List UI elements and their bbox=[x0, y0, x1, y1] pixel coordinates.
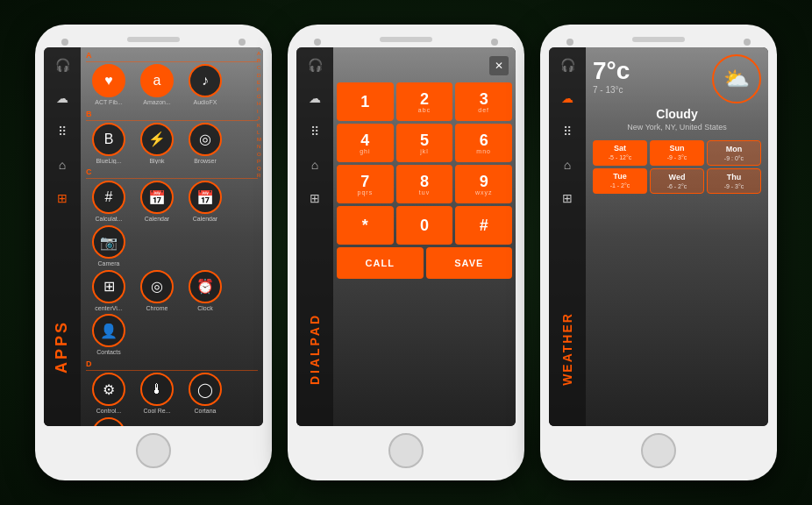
weather-label: WEATHER bbox=[549, 342, 586, 356]
section-divider bbox=[86, 61, 258, 62]
day-name: Thu bbox=[710, 173, 758, 181]
list-item[interactable]: ♪ AudioFX bbox=[182, 64, 228, 106]
dial-key-8[interactable]: 8 tuv bbox=[396, 165, 453, 203]
app-icon: ⚡ bbox=[140, 123, 174, 156]
phone-apps: 🎧 ☁ ⠿ ⌂ ⊞ APPS A B C D E F G H I J bbox=[35, 25, 272, 480]
sidebar-grid-icon[interactable]: ⠿ bbox=[304, 121, 325, 142]
list-item[interactable]: ⊞ centerVi... bbox=[86, 270, 132, 312]
app-icon: ⊞ bbox=[92, 270, 125, 303]
list-item[interactable]: ⏰ Clock bbox=[182, 270, 228, 312]
sidebar-headphone-icon[interactable]: 🎧 bbox=[52, 54, 73, 75]
sidebar-cloud-icon[interactable]: ☁ bbox=[557, 88, 578, 109]
dial-key-3[interactable]: 3 def bbox=[455, 82, 512, 121]
forecast-tue[interactable]: Tue -1 - 2°c bbox=[593, 168, 647, 194]
phone-bottom bbox=[296, 433, 516, 468]
phone-top-bar bbox=[296, 37, 516, 42]
app-row-c: # Calculat... 📅 Calendar 📅 Calendar 📷 Ca… bbox=[82, 181, 261, 267]
list-item[interactable]: ♥ ACT Fib... bbox=[86, 64, 132, 106]
forecast-wed[interactable]: Wed -6 - 2°c bbox=[650, 168, 704, 194]
dial-row-1: 1 2 abc 3 def bbox=[337, 82, 512, 121]
list-item[interactable]: ? Curiosity bbox=[86, 417, 132, 426]
day-name: Sat bbox=[595, 144, 645, 153]
forecast-mon[interactable]: Mon -9 : 0°c bbox=[707, 140, 761, 166]
sidebar-home-icon[interactable]: ⌂ bbox=[304, 154, 325, 175]
list-item[interactable]: a Amazon... bbox=[134, 64, 180, 106]
sidebar-apps-icon[interactable]: ⊞ bbox=[304, 188, 325, 209]
dial-row-4: * 0 # bbox=[337, 206, 512, 245]
list-item[interactable]: # Calculat... bbox=[86, 181, 132, 223]
sidebar-headphone-icon[interactable]: 🎧 bbox=[304, 54, 325, 75]
sidebar-home-icon[interactable]: ⌂ bbox=[557, 154, 578, 175]
sidebar-cloud-icon[interactable]: ☁ bbox=[52, 88, 73, 109]
dial-key-1[interactable]: 1 bbox=[337, 82, 394, 121]
dial-key-5[interactable]: 5 jkl bbox=[396, 124, 453, 162]
day-temps: -9 - 3°c bbox=[710, 183, 758, 189]
list-item[interactable]: ◎ Browser bbox=[182, 123, 228, 165]
sidebar-cloud-icon[interactable]: ☁ bbox=[304, 88, 325, 109]
dial-key-7[interactable]: 7 pqrs bbox=[337, 165, 394, 203]
sidebar-headphone-icon[interactable]: 🎧 bbox=[557, 54, 578, 75]
dial-key-6[interactable]: 6 mno bbox=[455, 124, 512, 162]
dial-key-2[interactable]: 2 abc bbox=[396, 82, 453, 121]
app-icon: ? bbox=[92, 417, 125, 426]
weather-screen: 🎧 ☁ ⠿ ⌂ ⊞ WEATHER 7°c 7 - 13°c ⛅ Cloudy … bbox=[549, 47, 768, 426]
phone-dialpad: 🎧 ☁ ⠿ ⌂ ⊞ DIALPAD ✕ 1 2 bbox=[288, 25, 524, 480]
app-name: BlueLig... bbox=[86, 158, 132, 165]
app-name: ACT Fib... bbox=[86, 99, 132, 106]
day-name: Sun bbox=[652, 144, 702, 153]
sidebar-grid-icon[interactable]: ⠿ bbox=[557, 121, 578, 142]
list-item[interactable]: ⚡ Blynk bbox=[134, 123, 180, 165]
app-name: Control... bbox=[86, 408, 132, 415]
list-item[interactable]: ◎ Chrome bbox=[134, 270, 180, 312]
dial-key-4[interactable]: 4 ghi bbox=[337, 124, 394, 162]
dial-key-star[interactable]: * bbox=[337, 206, 394, 245]
list-item[interactable]: 🌡 Cool Re... bbox=[134, 373, 180, 415]
list-item[interactable]: B BlueLig... bbox=[86, 123, 132, 165]
home-button[interactable] bbox=[136, 433, 171, 468]
section-divider bbox=[86, 370, 258, 371]
close-button[interactable]: ✕ bbox=[489, 56, 509, 75]
section-a-label: A bbox=[86, 51, 261, 60]
sidebar-apps-icon[interactable]: ⊞ bbox=[557, 188, 578, 209]
app-row-b: B BlueLig... ⚡ Blynk ◎ Browser bbox=[82, 123, 261, 165]
day-temps: -5 - 12°c bbox=[595, 154, 645, 160]
weather-widget: 7°c 7 - 13°c ⛅ Cloudy New York, NY, Unit… bbox=[586, 47, 768, 426]
app-row-c2: ⊞ centerVi... ◎ Chrome ⏰ Clock 👤 Contact… bbox=[82, 270, 261, 356]
day-name: Tue bbox=[595, 172, 645, 181]
section-divider bbox=[86, 120, 258, 121]
forecast-sun[interactable]: Sun -9 - 3°c bbox=[650, 140, 704, 166]
app-icon: ⚙ bbox=[92, 373, 125, 406]
forecast-thu[interactable]: Thu -9 - 3°c bbox=[707, 168, 761, 194]
sidebar-home-icon[interactable]: ⌂ bbox=[52, 154, 73, 175]
sidebar-grid-icon[interactable]: ⠿ bbox=[52, 121, 73, 142]
home-button[interactable] bbox=[388, 433, 424, 468]
dial-key-0[interactable]: 0 bbox=[396, 206, 453, 245]
apps-screen: 🎧 ☁ ⠿ ⌂ ⊞ APPS A B C D E F G H I J bbox=[44, 47, 263, 426]
app-name: Calendar bbox=[134, 216, 180, 223]
list-item[interactable]: 📷 Camera bbox=[86, 225, 132, 267]
day-temps: -6 - 2°c bbox=[653, 183, 701, 189]
sidebar-apps-icon[interactable]: ⊞ bbox=[52, 188, 73, 209]
save-button[interactable]: SAVE bbox=[426, 247, 513, 279]
dial-key-9[interactable]: 9 wxyz bbox=[455, 165, 512, 203]
phone-weather: 🎧 ☁ ⠿ ⌂ ⊞ WEATHER 7°c 7 - 13°c ⛅ Cloudy … bbox=[540, 25, 777, 480]
list-item[interactable]: 📅 Calendar bbox=[182, 181, 228, 223]
home-button[interactable] bbox=[641, 433, 676, 468]
list-item[interactable]: 👤 Contacts bbox=[86, 314, 132, 356]
list-item[interactable]: ◯ Cortana bbox=[182, 373, 228, 415]
list-item[interactable]: 📅 Calendar bbox=[134, 181, 180, 223]
day-name: Mon bbox=[710, 145, 758, 153]
call-button[interactable]: CALL bbox=[337, 247, 424, 279]
weather-condition: Cloudy bbox=[593, 107, 761, 121]
app-icon: 🌡 bbox=[140, 373, 174, 406]
app-grid: A B C D E F G H I J K L M N O P Q R A bbox=[81, 47, 263, 426]
app-name: Clock bbox=[182, 305, 228, 312]
dial-key-hash[interactable]: # bbox=[455, 206, 512, 245]
app-icon: 📷 bbox=[92, 225, 125, 259]
app-name: Cool Re... bbox=[134, 408, 180, 415]
list-item[interactable]: ⚙ Control... bbox=[86, 373, 132, 415]
section-d-label: D bbox=[86, 359, 261, 368]
forecast-sat[interactable]: Sat -5 - 12°c bbox=[593, 140, 647, 166]
phone-speaker bbox=[127, 37, 180, 42]
phone-camera-right bbox=[744, 39, 751, 46]
